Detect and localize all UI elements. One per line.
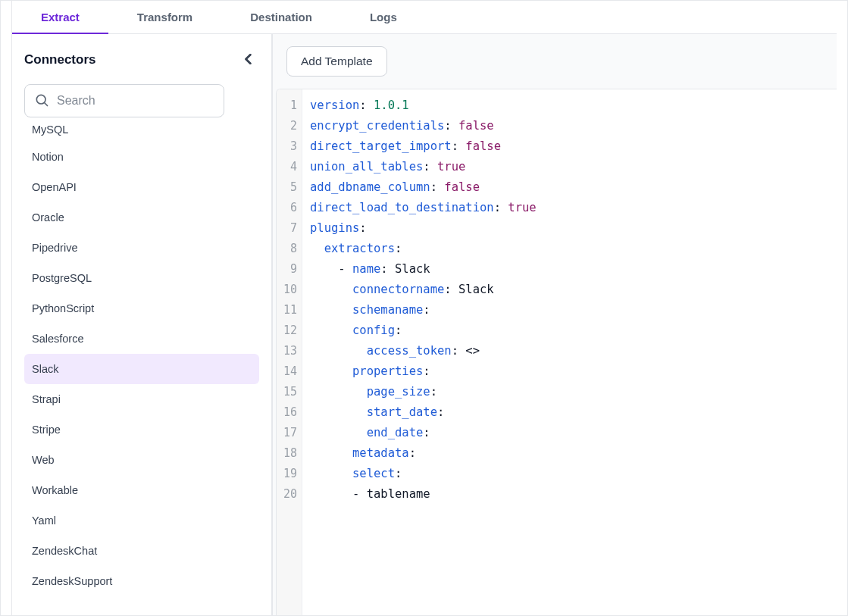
code-line[interactable]: direct_load_to_destination: true	[310, 198, 829, 218]
connector-item-zendesksupport[interactable]: ZendeskSupport	[24, 566, 259, 596]
editor-main: Add Template 123456789101112131415161718…	[273, 34, 837, 615]
code-line[interactable]: page_size:	[310, 382, 829, 402]
connector-item-notion[interactable]: Notion	[24, 142, 259, 172]
svg-line-1	[45, 102, 48, 105]
tab-extract[interactable]: Extract	[12, 1, 108, 33]
search-field-wrap[interactable]	[24, 84, 224, 117]
gutter-line: 16	[283, 402, 297, 423]
pipeline-body: Connectors MySQLNotionOpenAPIOracleP	[12, 34, 837, 615]
gutter-line: 11	[283, 300, 297, 321]
editor-toolbar: Add Template	[273, 34, 837, 89]
gutter-line: 14	[283, 361, 297, 382]
search-input[interactable]	[57, 94, 214, 108]
tab-destination[interactable]: Destination	[221, 1, 341, 33]
gutter-line: 19	[283, 464, 297, 484]
app-frame: ExtractTransformDestinationLogs Connecto…	[0, 0, 848, 616]
connector-item-web[interactable]: Web	[24, 445, 259, 475]
editor-code[interactable]: version: 1.0.1encrypt_credentials: false…	[302, 89, 837, 615]
code-line[interactable]: end_date:	[310, 423, 829, 443]
tab-transform[interactable]: Transform	[108, 1, 221, 33]
connector-item-postgresql[interactable]: PostgreSQL	[24, 263, 259, 293]
gutter-line: 3	[283, 136, 297, 157]
gutter-line: 10	[283, 280, 297, 300]
code-line[interactable]: - tablename	[310, 484, 829, 505]
app-inner: ExtractTransformDestinationLogs Connecto…	[11, 1, 837, 615]
code-line[interactable]: version: 1.0.1	[310, 95, 829, 116]
gutter-line: 2	[283, 116, 297, 136]
code-line[interactable]: metadata:	[310, 443, 829, 464]
collapse-sidebar-button[interactable]	[238, 49, 259, 70]
chevron-left-icon	[244, 54, 253, 67]
gutter-line: 20	[283, 484, 297, 505]
connector-item-slack[interactable]: Slack	[24, 354, 259, 384]
gutter-line: 13	[283, 341, 297, 361]
editor-gutter: 1234567891011121314151617181920	[277, 89, 302, 615]
code-line[interactable]: encrypt_credentials: false	[310, 116, 829, 136]
connector-item-strapi[interactable]: Strapi	[24, 384, 259, 414]
connector-item-stripe[interactable]: Stripe	[24, 414, 259, 445]
gutter-line: 9	[283, 259, 297, 280]
sidebar-header: Connectors	[24, 45, 259, 75]
code-line[interactable]: access_token: <>	[310, 341, 829, 361]
connector-list[interactable]: MySQLNotionOpenAPIOraclePipedrivePostgre…	[24, 124, 259, 615]
gutter-line: 12	[283, 321, 297, 341]
code-line[interactable]: extractors:	[310, 239, 829, 259]
code-line[interactable]: start_date:	[310, 402, 829, 423]
code-line[interactable]: add_dbname_column: false	[310, 177, 829, 198]
connector-item-yaml[interactable]: Yaml	[24, 505, 259, 536]
search-icon	[34, 92, 49, 110]
gutter-line: 6	[283, 198, 297, 218]
gutter-line: 17	[283, 423, 297, 443]
code-line[interactable]: config:	[310, 321, 829, 341]
code-line[interactable]: properties:	[310, 361, 829, 382]
connectors-sidebar: Connectors MySQLNotionOpenAPIOracleP	[12, 34, 273, 615]
tab-logs[interactable]: Logs	[341, 1, 426, 33]
pipeline-tabs: ExtractTransformDestinationLogs	[12, 1, 837, 34]
connector-item-zendeskchat[interactable]: ZendeskChat	[24, 536, 259, 566]
connector-item-openapi[interactable]: OpenAPI	[24, 172, 259, 202]
connector-item-salesforce[interactable]: Salesforce	[24, 324, 259, 354]
gutter-line: 15	[283, 382, 297, 402]
sidebar-title: Connectors	[24, 52, 95, 67]
gutter-line: 7	[283, 218, 297, 239]
yaml-editor[interactable]: 1234567891011121314151617181920 version:…	[276, 89, 837, 615]
code-line[interactable]: - name: Slack	[310, 259, 829, 280]
gutter-line: 4	[283, 157, 297, 177]
add-template-button[interactable]: Add Template	[286, 46, 387, 77]
connector-item-pythonscript[interactable]: PythonScript	[24, 293, 259, 324]
code-line[interactable]: connectorname: Slack	[310, 280, 829, 300]
connector-item-workable[interactable]: Workable	[24, 475, 259, 505]
gutter-line: 8	[283, 239, 297, 259]
code-line[interactable]: schemaname:	[310, 300, 829, 321]
code-line[interactable]: plugins:	[310, 218, 829, 239]
gutter-line: 18	[283, 443, 297, 464]
gutter-line: 5	[283, 177, 297, 198]
code-line[interactable]: direct_target_import: false	[310, 136, 829, 157]
gutter-line: 1	[283, 95, 297, 116]
connector-item-oracle[interactable]: Oracle	[24, 202, 259, 233]
connector-item-mysql[interactable]: MySQL	[24, 124, 259, 142]
code-line[interactable]: select:	[310, 464, 829, 484]
connector-item-pipedrive[interactable]: Pipedrive	[24, 233, 259, 263]
code-line[interactable]: union_all_tables: true	[310, 157, 829, 177]
